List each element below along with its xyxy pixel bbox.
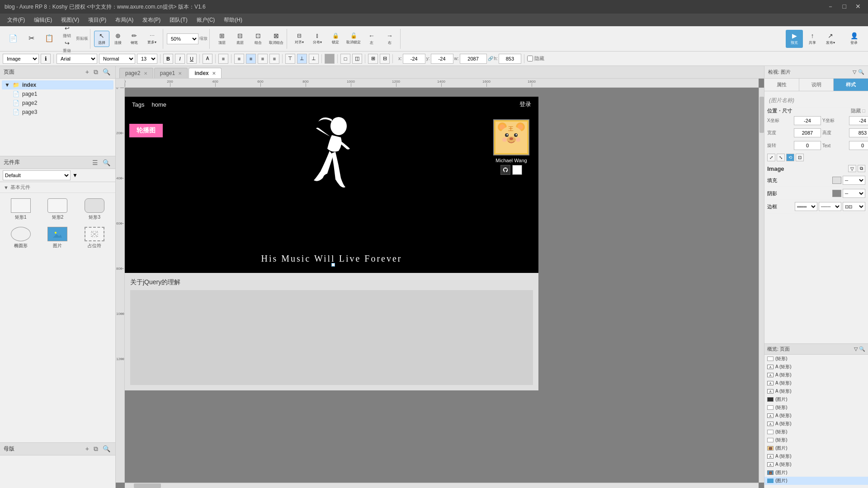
underline-btn[interactable]: U [187, 54, 197, 64]
y-input[interactable] [431, 54, 453, 64]
tab-index[interactable]: index ✕ [189, 68, 222, 78]
top-page-btn[interactable]: ⊞ 顶层 [213, 30, 231, 48]
reset-size-btn[interactable]: ⟲ [786, 154, 794, 161]
pages-add-btn[interactable]: + [84, 68, 90, 76]
group-btn[interactable]: ⊡ 组合 [250, 30, 267, 48]
menu-publish[interactable]: 发布(P) [139, 15, 164, 25]
page-item-page2[interactable]: 📄 page2 [2, 99, 113, 108]
new-btn[interactable]: 📄 [5, 30, 22, 48]
h-prop-input[interactable] [849, 128, 868, 137]
minimize-btn[interactable]: － [825, 2, 836, 12]
redo-btn[interactable]: ↪ [59, 39, 75, 48]
profile-link-btn[interactable] [512, 165, 522, 175]
tab-page1-close[interactable]: ✕ [178, 71, 182, 76]
nav-tags[interactable]: Tags [132, 101, 144, 108]
menu-help[interactable]: 帮助(H) [220, 15, 246, 25]
padding-btn[interactable]: ⊞ [368, 54, 378, 64]
ov-item-2[interactable]: A A (矩形) [764, 371, 868, 379]
login-btn[interactable]: 👤 登录 [843, 30, 865, 48]
connect-tool-btn[interactable]: ⊕ 连接 [110, 31, 126, 47]
ov-item-10[interactable]: (矩形) [764, 436, 868, 444]
component-rect3[interactable]: 矩形3 [77, 197, 112, 222]
border-color-btn[interactable]: ◫ [352, 54, 362, 64]
border-style-btn[interactable]: □ [340, 54, 350, 64]
w-input[interactable] [460, 54, 487, 64]
menu-view[interactable]: 视图(V) [57, 15, 83, 25]
component-category-select[interactable]: Default [3, 170, 71, 180]
tab-properties[interactable]: 属性 [764, 79, 799, 91]
tab-page2-close[interactable]: ✕ [144, 71, 147, 76]
valign-bot-btn[interactable]: ⊥ [309, 54, 319, 64]
shadow-color-swatch[interactable] [832, 190, 841, 197]
component-rect2[interactable]: 矩形2 [41, 197, 75, 222]
menu-team[interactable]: 团队(T) [166, 15, 191, 25]
list-btn[interactable]: ≡ [218, 54, 228, 64]
ov-item-14[interactable]: 🐻 (图片) [764, 469, 868, 477]
component-image[interactable]: 图片 [41, 225, 75, 251]
hidden-checkbox[interactable] [527, 56, 533, 61]
fill-color-swatch[interactable] [832, 177, 841, 184]
menu-edit[interactable]: 编辑(E) [30, 15, 56, 25]
pages-duplicate-btn[interactable]: ⧉ [92, 68, 99, 76]
ov-item-3[interactable]: A A (矩形) [764, 379, 868, 387]
overview-search-btn[interactable]: 🔍 [859, 346, 865, 352]
expand-btn[interactable]: ▼ [72, 172, 78, 178]
shadow-btn[interactable]: ⊟ [380, 54, 390, 64]
ov-item-15[interactable]: (图片) [764, 477, 868, 485]
distribute-btn[interactable]: ⫿ 分布▾ [309, 30, 326, 48]
paste-btn[interactable]: 📋 [41, 30, 58, 48]
expand-w-btn[interactable]: ⤢ [767, 154, 775, 161]
widget-expand-btn[interactable]: ▽ [848, 165, 856, 172]
component-placeholder[interactable]: 占位符 [77, 225, 112, 251]
h-scrollbar-thumb[interactable] [134, 483, 161, 488]
hero-login[interactable]: 登录 [519, 100, 531, 108]
expand-basic-icon[interactable]: ▼ [4, 185, 9, 190]
text-prop-input[interactable] [849, 141, 868, 150]
align-right-btn[interactable]: ≡ [258, 54, 268, 64]
rotate-input[interactable] [794, 141, 821, 150]
page-item-page1[interactable]: 📄 page1 [2, 89, 113, 99]
filter-btn[interactable]: ▽ [853, 69, 856, 75]
expand-h-btn[interactable]: ⤡ [777, 154, 785, 161]
v-scrollbar[interactable] [759, 88, 764, 483]
preview-btn[interactable]: ▶ 预览 [786, 30, 803, 48]
ov-item-11[interactable]: 🐻 (图片) [764, 444, 868, 452]
widget-type-info-btn[interactable]: ℹ [41, 54, 51, 64]
unlock-btn[interactable]: 🔓 取消锁定 [345, 30, 362, 48]
page-item-page3[interactable]: 📄 page3 [2, 108, 113, 117]
close-btn[interactable]: ✕ [853, 2, 863, 12]
left-align-btn[interactable]: ← 左 [363, 30, 380, 48]
h-input[interactable] [499, 54, 521, 64]
page-item-index[interactable]: ▼ 📁 index [2, 80, 113, 89]
component-ellipse[interactable]: 椭圆形 [4, 225, 38, 251]
selection-handle-bottom[interactable] [331, 263, 335, 267]
x-prop-input[interactable] [794, 116, 821, 125]
masters-duplicate-btn[interactable]: ⧉ [92, 445, 99, 453]
border-position-select[interactable]: ⊡⊡ [843, 202, 865, 211]
font-family-select[interactable]: Arial [57, 54, 97, 64]
ov-item-9[interactable]: (矩形) [764, 428, 868, 436]
pages-search-btn[interactable]: 🔍 [101, 68, 112, 76]
github-icon-btn[interactable] [500, 165, 510, 175]
menu-account[interactable]: 账户(C) [193, 15, 219, 25]
tab-page1[interactable]: page1 ✕ [154, 68, 188, 78]
zoom-select[interactable]: 50% 100% 75% [167, 33, 198, 44]
lock-btn[interactable]: 🔒 锁定 [327, 30, 344, 48]
widget-copy-btn[interactable]: ⧉ [858, 165, 865, 172]
cut-btn[interactable]: ✂ [23, 30, 40, 48]
ov-item-7[interactable]: A A (矩形) [764, 412, 868, 420]
align-left-btn[interactable]: ≡ [234, 54, 244, 64]
ov-item-8[interactable]: A A (矩形) [764, 420, 868, 428]
hidden-toggle[interactable]: 隐藏 □ [851, 108, 865, 114]
italic-btn[interactable]: I [175, 54, 185, 64]
border-style-select[interactable]: ═══ [795, 202, 817, 211]
ov-item-12[interactable]: A A (矩形) [764, 452, 868, 460]
align-justify-btn[interactable]: ≡ [269, 54, 279, 64]
tab-style[interactable]: 样式 [834, 79, 868, 91]
tab-index-close[interactable]: ✕ [212, 71, 216, 76]
h-scrollbar[interactable] [125, 483, 759, 488]
canvas-wrapper[interactable]: 0 200 400 600 800 1000 1200 1400 1600 18… [116, 79, 764, 488]
shadow-type-select[interactable]: ─ [843, 189, 865, 198]
share-btn[interactable]: ↑ 共享 [804, 30, 821, 48]
nav-home[interactable]: home [151, 101, 166, 108]
